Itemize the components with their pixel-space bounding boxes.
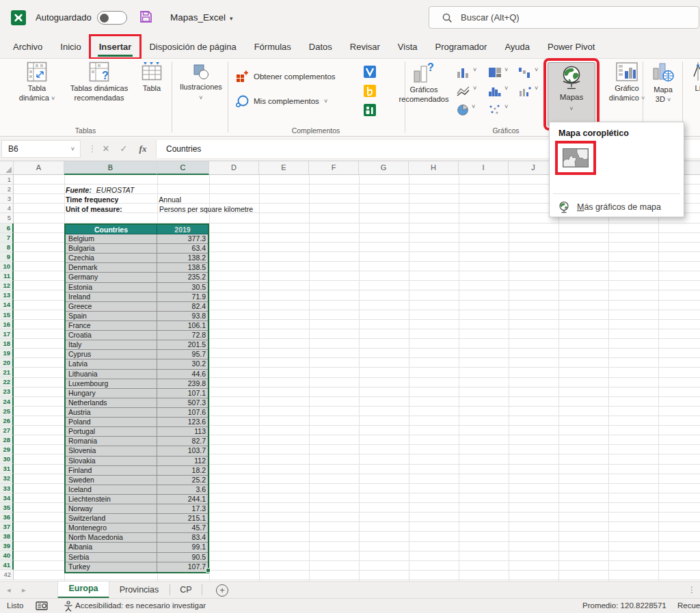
- table-row[interactable]: Portugal 113: [66, 427, 208, 437]
- column-header[interactable]: B: [64, 161, 157, 175]
- row-header[interactable]: 12: [0, 281, 14, 290]
- line-chart-button[interactable]: ˅: [457, 85, 476, 96]
- row-header[interactable]: 7: [0, 233, 14, 243]
- recommended-pivots-button[interactable]: ? Tablas dinámicasrecomendadas: [66, 62, 133, 103]
- country-cell[interactable]: Bulgaria: [66, 244, 157, 253]
- row-header[interactable]: 26: [0, 416, 14, 426]
- row-header[interactable]: 19: [0, 349, 14, 358]
- country-cell[interactable]: Croatia: [66, 331, 157, 340]
- country-cell[interactable]: Norway: [66, 504, 157, 513]
- ribbon-tab[interactable]: Fórmulas: [245, 36, 300, 58]
- country-cell[interactable]: Ireland: [66, 292, 157, 301]
- select-all-corner[interactable]: [0, 161, 14, 175]
- country-cell[interactable]: Portugal: [66, 427, 157, 436]
- ribbon-tab[interactable]: Datos: [300, 36, 341, 58]
- country-cell[interactable]: Austria: [66, 408, 157, 417]
- value-cell[interactable]: 44.6: [157, 370, 208, 379]
- column-header[interactable]: D: [209, 161, 259, 175]
- value-cell[interactable]: 63.4: [157, 244, 208, 253]
- ribbon-tab[interactable]: Programador: [427, 36, 496, 58]
- value-cell[interactable]: 25.2: [157, 476, 208, 485]
- value-cell[interactable]: 3.6: [157, 485, 208, 494]
- country-cell[interactable]: Greece: [66, 302, 157, 311]
- country-cell[interactable]: Italy: [66, 340, 157, 349]
- row-header[interactable]: 6: [0, 223, 14, 233]
- illustrations-button[interactable]: Ilustraciones ˅: [175, 63, 227, 101]
- maps-button[interactable]: Mapas ˅: [548, 62, 595, 126]
- sparkline-button-partial[interactable]: Lí: [688, 62, 700, 94]
- tab-bar-options[interactable]: ⋮: [688, 582, 696, 598]
- value-cell[interactable]: 107.6: [157, 408, 208, 417]
- more-map-charts-item[interactable]: Más gráficos de mapa: [558, 199, 661, 215]
- column-header[interactable]: H: [409, 161, 459, 175]
- table-row[interactable]: Croatia 72.8: [66, 331, 208, 340]
- pie-chart-button[interactable]: ˅: [457, 104, 475, 116]
- name-box[interactable]: B6 ˅: [1, 140, 81, 158]
- column-header[interactable]: A: [14, 161, 64, 175]
- value-cell[interactable]: 107.7: [157, 562, 208, 572]
- table-row[interactable]: Greece 82.4: [66, 302, 208, 312]
- country-cell[interactable]: Latvia: [66, 359, 157, 368]
- column-header[interactable]: E: [259, 161, 309, 175]
- pivot-table-button[interactable]: Tabladinámica ˅: [10, 62, 64, 103]
- sheet-tab-cp[interactable]: CP: [172, 582, 200, 599]
- value-cell[interactable]: 83.4: [157, 533, 208, 542]
- value-cell[interactable]: 95.7: [157, 350, 208, 359]
- row-header[interactable]: 3: [0, 194, 14, 204]
- prev-sheet-arrow[interactable]: ◂: [7, 582, 11, 598]
- my-addins-button[interactable]: Mis complementos ˅: [235, 94, 327, 108]
- table-row[interactable]: Denmark 138.5: [66, 263, 208, 273]
- column-header[interactable]: G: [359, 161, 409, 175]
- column-chart-button[interactable]: ˅: [457, 67, 476, 78]
- cells-area[interactable]: Fuente: EUROSTAT Time frequency Annual U…: [14, 175, 700, 581]
- new-sheet-button[interactable]: +: [216, 584, 228, 597]
- country-cell[interactable]: North Macedonia: [66, 533, 157, 542]
- table-header-row[interactable]: Countries 2019: [66, 225, 208, 234]
- source-row[interactable]: Fuente: EUROSTAT: [66, 185, 134, 195]
- table-row[interactable]: Italy 201.5: [66, 340, 208, 350]
- value-cell[interactable]: 90.5: [157, 553, 208, 562]
- visio-addin-icon[interactable]: [364, 66, 376, 78]
- row-header[interactable]: 10: [0, 262, 14, 271]
- value-cell[interactable]: 215.1: [157, 514, 208, 523]
- waterfall-chart-button[interactable]: ˅: [518, 67, 538, 78]
- value-cell[interactable]: 71.9: [157, 292, 208, 301]
- table-row[interactable]: Liechtenstein 244.1: [66, 495, 208, 504]
- table-row[interactable]: Slovakia 112: [66, 457, 208, 466]
- row-header[interactable]: 32: [0, 474, 14, 483]
- save-icon[interactable]: [139, 10, 152, 23]
- row-header[interactable]: 38: [0, 532, 14, 541]
- combo-chart-button[interactable]: ˅: [518, 85, 538, 96]
- table-row[interactable]: Hungary 107.1: [66, 389, 208, 398]
- row-header[interactable]: 8: [0, 243, 14, 252]
- country-cell[interactable]: Montenegro: [66, 523, 157, 532]
- recommended-charts-button[interactable]: ? Gráficosrecomendados: [394, 62, 454, 104]
- row-header[interactable]: 35: [0, 503, 14, 513]
- value-cell[interactable]: 45.7: [157, 523, 208, 532]
- cancel-entry-button[interactable]: ✕: [97, 140, 115, 158]
- row-header[interactable]: 4: [0, 204, 14, 213]
- row-header[interactable]: 2: [0, 185, 14, 194]
- map-3d-button[interactable]: Mapa3D ˅: [645, 62, 681, 104]
- country-cell[interactable]: Finland: [66, 466, 157, 475]
- choropleth-map-option[interactable]: [561, 147, 590, 169]
- table-row[interactable]: Finland 18.2: [66, 466, 208, 476]
- search-box[interactable]: Buscar (Alt+Q): [429, 6, 699, 29]
- value-cell[interactable]: 113: [157, 427, 208, 436]
- table-row[interactable]: Switzerland 215.1: [66, 514, 208, 523]
- table-row[interactable]: Montenegro 45.7: [66, 523, 208, 533]
- next-sheet-arrow[interactable]: ▸: [22, 582, 26, 598]
- table-row[interactable]: Austria 107.6: [66, 408, 208, 418]
- row-header[interactable]: 15: [0, 310, 14, 320]
- country-cell[interactable]: Albania: [66, 543, 157, 551]
- value-cell[interactable]: 201.5: [157, 340, 208, 349]
- country-cell[interactable]: Switzerland: [66, 514, 157, 523]
- header-cell-2019[interactable]: 2019: [157, 225, 208, 234]
- table-row[interactable]: Latvia 30.2: [66, 359, 208, 369]
- column-header[interactable]: C: [157, 161, 209, 175]
- accessibility-status[interactable]: Accesibilidad: es necesario investigar: [75, 599, 206, 613]
- table-row[interactable]: Poland 123.6: [66, 418, 208, 427]
- insert-function-button[interactable]: fx: [134, 140, 152, 158]
- table-row[interactable]: Norway 17.3: [66, 504, 208, 514]
- table-row[interactable]: Czechia 138.2: [66, 254, 208, 263]
